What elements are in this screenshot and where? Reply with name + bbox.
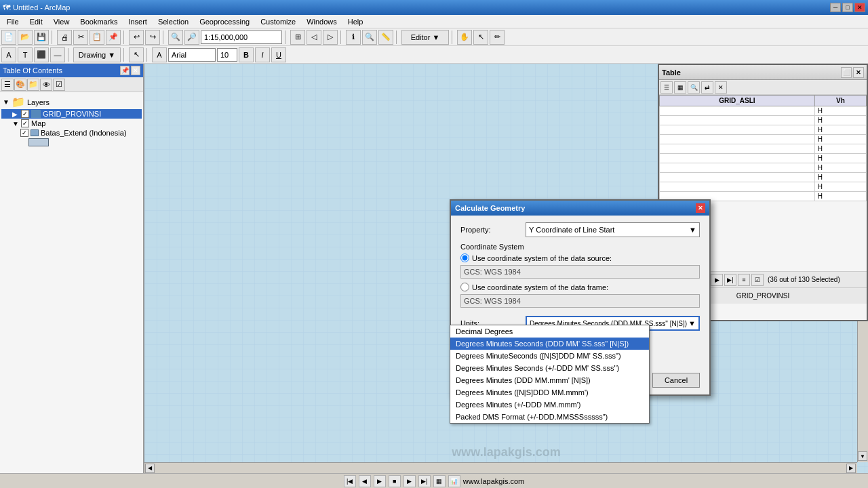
scroll-right-btn[interactable]: ▶ — [846, 464, 856, 473]
toc-draw-btn[interactable]: 🎨 — [14, 79, 26, 91]
tb2-btn2[interactable]: T — [18, 47, 33, 62]
col-header-vh[interactable]: Vh — [814, 96, 866, 106]
status-play-btn[interactable]: ▶ — [374, 475, 386, 487]
redo-button[interactable]: ↪ — [145, 30, 160, 45]
map-viewport[interactable]: ▲ ▼ ◀ ▶ Table ⬜ ✕ ☰ ▦ 🔍 ⇄ ✕ — [144, 64, 868, 473]
status-nav-btn2[interactable]: ◀ — [359, 475, 371, 487]
dropdown-item-1[interactable]: Degrees Minutes Seconds (DDD MM' SS.sss"… — [450, 338, 649, 350]
menu-insert[interactable]: Insert — [123, 16, 153, 27]
status-stop-btn[interactable]: ■ — [389, 475, 401, 487]
dropdown-item-2[interactable]: Degrees MinuteSeconds ([N|S]DDD MM' SS.s… — [450, 350, 649, 362]
menu-edit[interactable]: Edit — [24, 16, 48, 27]
copy-button[interactable]: 📋 — [90, 30, 104, 45]
text-tool[interactable]: A — [152, 47, 167, 62]
find-button[interactable]: 🔍 — [362, 30, 377, 45]
menu-windows[interactable]: Windows — [301, 16, 342, 27]
toc-vis-btn[interactable]: 👁 — [40, 79, 52, 91]
close-button[interactable]: ✕ — [854, 3, 865, 12]
tb2-btn1[interactable]: A — [1, 47, 16, 62]
layer-checkbox-3[interactable] — [20, 129, 28, 137]
edit-tool[interactable]: ✏ — [490, 30, 505, 45]
pan-tool[interactable]: ✋ — [457, 30, 472, 45]
select-tool[interactable]: ↖ — [473, 30, 488, 45]
toc-close-btn[interactable]: ✕ — [131, 66, 140, 75]
dropdown-item-6[interactable]: Degrees Minutes (+/-DDD MM.mmm') — [450, 399, 649, 411]
zoom-out-button[interactable]: 🔎 — [184, 30, 199, 45]
bold-btn[interactable]: B — [239, 47, 254, 62]
tb2-btn4[interactable]: — — [50, 47, 65, 62]
status-nav-btn3[interactable]: ▶ — [403, 475, 416, 487]
show-selected-btn[interactable]: ☑ — [751, 274, 764, 286]
status-nav-btn4[interactable]: ▶| — [418, 475, 431, 487]
font-size-input[interactable] — [217, 48, 237, 62]
nav-next-btn[interactable]: ▶ — [711, 274, 723, 286]
table-zoom-btn[interactable]: 🔍 — [688, 81, 700, 94]
menu-bookmarks[interactable]: Bookmarks — [75, 16, 123, 27]
table-select-btn[interactable]: ▦ — [674, 81, 686, 94]
dropdown-item-4[interactable]: Degrees Minutes (DDD MM.mmm' [N|S]) — [450, 374, 649, 386]
toc-src-btn[interactable]: 📁 — [27, 79, 39, 91]
table-delete-btn[interactable]: ✕ — [715, 81, 727, 94]
open-button[interactable]: 📂 — [18, 30, 33, 45]
cancel-button[interactable]: Cancel — [652, 373, 700, 388]
scale-input[interactable] — [201, 30, 282, 44]
toc-layers-header[interactable]: ▼ 📁 Layers — [1, 95, 142, 109]
status-chart-btn[interactable]: 📊 — [448, 475, 460, 487]
full-extent-button[interactable]: ⊞ — [290, 30, 305, 45]
nav-last-btn[interactable]: ▶| — [724, 274, 736, 286]
identify-button[interactable]: ℹ — [346, 30, 361, 45]
restore-button[interactable]: □ — [842, 3, 853, 12]
dropdown-item-3[interactable]: Degrees Minutes Seconds (+/-DDD MM' SS.s… — [450, 362, 649, 374]
dialog-close-btn[interactable]: ✕ — [696, 203, 705, 213]
status-nav-btn1[interactable]: |◀ — [344, 475, 356, 487]
toc-layer-map[interactable]: ▼ Map — [1, 119, 142, 128]
toc-sel-btn[interactable]: ☑ — [53, 79, 65, 91]
menu-geoprocessing[interactable]: Geoprocessing — [194, 16, 255, 27]
radio-use-data-source[interactable] — [460, 253, 469, 262]
menu-selection[interactable]: Selection — [153, 16, 194, 27]
property-select[interactable]: Y Coordinate of Line Start ▼ — [526, 222, 700, 237]
back-extent-button[interactable]: ◁ — [307, 30, 321, 45]
dropdown-item-0[interactable]: Decimal Degrees — [450, 325, 649, 338]
toc-layer-grid-provinsi[interactable]: ▶ GRID_PROVINSI — [1, 109, 142, 119]
layer-checkbox-2[interactable] — [21, 119, 29, 127]
toc-pin-btn[interactable]: 📌 — [120, 66, 130, 75]
menu-view[interactable]: View — [48, 16, 75, 27]
tb2-btn3[interactable]: ⬛ — [34, 47, 49, 62]
status-table-btn[interactable]: ▦ — [433, 475, 446, 487]
editor-dropdown[interactable]: Editor ▼ — [401, 30, 449, 45]
scroll-left-btn[interactable]: ◀ — [145, 464, 155, 473]
toc-list-btn[interactable]: ☰ — [1, 79, 14, 91]
select-elements-btn[interactable]: ↖ — [129, 47, 144, 62]
table-new-win-btn[interactable]: ⬜ — [841, 67, 852, 78]
new-button[interactable]: 📄 — [1, 30, 16, 45]
font-family-input[interactable] — [168, 48, 216, 62]
table-switch-btn[interactable]: ⇄ — [701, 81, 713, 94]
dropdown-item-5[interactable]: Degrees Minutes ([N|S]DDD MM.mmm') — [450, 386, 649, 399]
toc-layer-batas[interactable]: Batas_Extend (Indonesia) — [1, 128, 142, 138]
menu-help[interactable]: Help — [342, 16, 369, 27]
paste-button[interactable]: 📌 — [106, 30, 121, 45]
minimize-button[interactable]: ─ — [830, 3, 841, 12]
print-button[interactable]: 🖨 — [57, 30, 72, 45]
cut-button[interactable]: ✂ — [73, 30, 88, 45]
italic-btn[interactable]: I — [255, 47, 270, 62]
underline-btn[interactable]: U — [271, 47, 286, 62]
table-options-btn[interactable]: ☰ — [660, 81, 673, 94]
col-header-grid-asli[interactable]: GRID_ASLI — [660, 96, 815, 106]
dropdown-item-7[interactable]: Packed DMS Format (+/-DDD.MMSSSsssss") — [450, 411, 649, 423]
undo-button[interactable]: ↩ — [129, 30, 144, 45]
menu-file[interactable]: File — [1, 16, 24, 27]
save-button[interactable]: 💾 — [34, 30, 49, 45]
show-all-btn[interactable]: ≡ — [738, 274, 750, 286]
layer-checkbox-1[interactable] — [21, 110, 29, 118]
scroll-down-btn[interactable]: ▼ — [858, 451, 867, 461]
horizontal-scrollbar[interactable]: ◀ ▶ — [144, 462, 857, 473]
fwd-extent-button[interactable]: ▷ — [323, 30, 338, 45]
table-close-btn[interactable]: ✕ — [853, 67, 864, 78]
measure-button[interactable]: 📏 — [378, 30, 393, 45]
radio-use-data-frame[interactable] — [460, 283, 469, 291]
menu-customize[interactable]: Customize — [255, 16, 301, 27]
zoom-in-button[interactable]: 🔍 — [168, 30, 183, 45]
drawing-dropdown[interactable]: Drawing ▼ — [73, 47, 121, 62]
